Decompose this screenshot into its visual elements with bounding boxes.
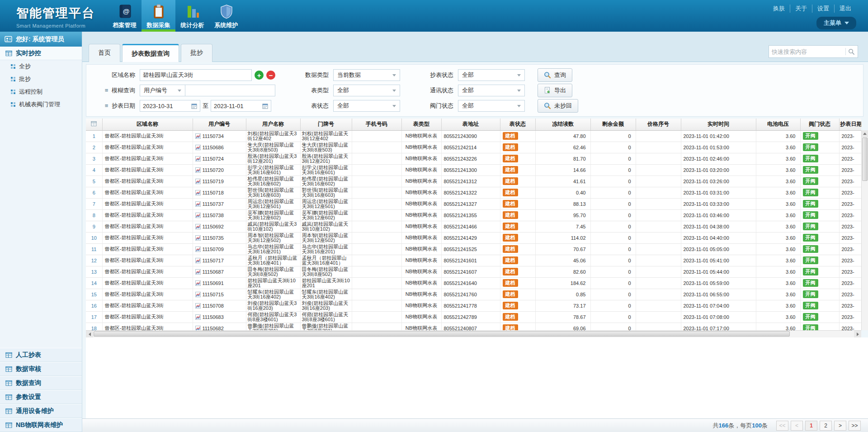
table-row[interactable]: 18曾都区-碧桂园翠山蓝天3街11150682曾鹏傲(碧桂园翠山蓝天3街8座30… <box>86 323 861 330</box>
sidebar-group-manual-reading[interactable]: 人工抄表 <box>0 348 82 362</box>
data-type-select[interactable]: 当前数据 <box>333 69 400 81</box>
sidebar-group-data-audit[interactable]: 数据审核 <box>0 362 82 376</box>
column-header-12[interactable]: 电池电压 <box>756 119 800 130</box>
read-status-select[interactable]: 全部 <box>458 69 525 81</box>
next-page-button[interactable]: > <box>834 421 846 431</box>
table-row[interactable]: 11曾都区-碧桂园翠山蓝天3街11150709马志华(碧桂园翠山蓝天3街16座2… <box>86 243 861 255</box>
column-header-11[interactable]: 实时时间 <box>681 119 756 130</box>
tab-batch-reading[interactable]: 批抄 <box>181 44 212 62</box>
cell-area: 曾都区-碧桂园翠山蓝天3街 <box>102 232 193 243</box>
page-2-button[interactable]: 2 <box>820 421 832 431</box>
export-button[interactable]: 导出 <box>538 84 572 97</box>
main-menu-button[interactable]: 主菜单 <box>816 17 856 29</box>
sidebar-group-realtime-reading[interactable]: 实时抄控 <box>0 47 82 60</box>
table-row[interactable]: 12曾都区-碧桂园翠山蓝天3街11150717孟秋月（碧桂园翠山蓝天3街16座4… <box>86 255 861 266</box>
table-row[interactable]: 16曾都区-碧桂园翠山蓝天3街11150708刘俊(碧桂园翠山蓝天3街16座20… <box>86 300 861 311</box>
table-row[interactable]: 13曾都区-碧桂园翠山蓝天3街11150687田冬梅(碧桂园翠山蓝天3街8座50… <box>86 266 861 277</box>
meter-type-select[interactable]: 全部 <box>333 85 400 96</box>
not-read-back-button[interactable]: 未抄回 <box>538 99 578 113</box>
valve-status-select[interactable]: 全部 <box>458 100 525 112</box>
area-name-input[interactable] <box>140 69 252 81</box>
column-header-4[interactable]: 手机号码 <box>352 119 401 130</box>
cell-realtime: 2023-11-01 05:59:00 <box>681 277 756 289</box>
meter-status-select[interactable]: 全部 <box>333 100 400 112</box>
link-about[interactable]: 关于 <box>790 5 812 13</box>
prev-page-button[interactable]: < <box>791 421 803 431</box>
column-header-2[interactable]: 用户名称 <box>246 119 300 130</box>
table-row[interactable]: 15曾都区-碧桂园翠山蓝天3街11150715邹耀东(碧桂园翠山蓝天3街16座4… <box>86 289 861 300</box>
column-header-14[interactable]: 抄表日期 <box>839 119 861 130</box>
remove-area-button[interactable]: − <box>266 71 275 80</box>
table-row[interactable]: 6曾都区-碧桂园翠山蓝天3街11150718郭世强(碧桂园翠山蓝天3街16座60… <box>86 187 861 198</box>
status-badge: 建档 <box>503 166 518 173</box>
fuzzy-field-select[interactable]: 用户编号 <box>140 85 185 96</box>
sidebar-group-nb-meter-maintenance[interactable]: NB物联网表维护 <box>0 418 82 432</box>
cell-valve-status: 开阀 <box>800 164 839 176</box>
horizontal-scroll-thumb[interactable] <box>94 331 790 337</box>
horizontal-scrollbar[interactable] <box>86 330 861 337</box>
select-all-header[interactable] <box>86 119 102 130</box>
scroll-right-arrow[interactable] <box>854 331 861 337</box>
vertical-scrollbar[interactable] <box>861 130 868 330</box>
query-button[interactable]: 查询 <box>538 68 572 82</box>
sidebar-group-data-query[interactable]: 数据查询 <box>0 376 82 390</box>
date-to-input[interactable]: 2023-11-01 <box>211 100 271 112</box>
table-row[interactable]: 2曾都区-碧桂园翠山蓝天3街11150686朱大庆(碧桂园翠山蓝天3街8座503… <box>86 142 861 153</box>
scroll-left-arrow[interactable] <box>86 331 93 337</box>
column-header-1[interactable]: 用户编号 <box>193 119 246 130</box>
nav-item-data-collection[interactable]: 数据采集 <box>142 0 175 32</box>
comm-status-select[interactable]: 全部 <box>458 85 525 96</box>
nav-item-maintenance[interactable]: 系统维护 <box>209 0 243 32</box>
column-header-13[interactable]: 阀门状态 <box>800 119 839 130</box>
column-header-8[interactable]: 冻结读数 <box>535 119 590 130</box>
date-from-input[interactable]: 2023-10-31 <box>140 100 200 112</box>
table-row[interactable]: 17曾都区-碧桂园翠山蓝天3街11150683何蘋(碧桂园翠山蓝天3街8座3楼6… <box>86 311 861 323</box>
table-row[interactable]: 3曾都区-碧桂园翠山蓝天3街11150724殷洛(碧桂园翠山蓝天3街12座201… <box>86 153 861 164</box>
sidebar-item-mechanical-valve-mgmt[interactable]: 机械表阀门管理 <box>0 98 82 111</box>
sidebar-item-batch-reading[interactable]: 批抄 <box>0 73 82 85</box>
table-row[interactable]: 4曾都区-碧桂园翠山蓝天3街11150720彭学义(碧桂园翠山蓝天3街16座60… <box>86 164 861 176</box>
sidebar-group-parameter-settings[interactable]: 参数设置 <box>0 390 82 404</box>
table-row[interactable]: 14曾都区-碧桂园翠山蓝天3街11150691碧桂园翠山蓝天3街10座201碧桂… <box>86 277 861 289</box>
sidebar-item-remote-control[interactable]: 远程控制 <box>0 85 82 98</box>
table-row[interactable]: 7曾都区-碧桂园翠山蓝天3街11150737周运忠(碧桂园翠山蓝天3街12座50… <box>86 198 861 209</box>
chevron-down-icon <box>844 22 849 24</box>
sidebar-item-full-reading[interactable]: 全抄 <box>0 60 82 73</box>
link-logout[interactable]: 退出 <box>834 5 856 13</box>
menu-icon[interactable]: ≡ <box>105 87 108 94</box>
quick-search-input[interactable] <box>772 48 845 55</box>
tab-home[interactable]: 首页 <box>89 44 120 62</box>
scroll-up-arrow[interactable] <box>862 130 868 137</box>
search-icon[interactable] <box>848 48 855 55</box>
last-page-button[interactable]: >> <box>849 421 861 431</box>
column-header-7[interactable]: 表状态 <box>500 119 535 130</box>
table-row[interactable]: 9曾都区-碧桂园翠山蓝天3街11150692戚岚(碧桂园翠山蓝天3街10座102… <box>86 221 861 232</box>
column-header-5[interactable]: 表类型 <box>401 119 441 130</box>
add-area-button[interactable]: + <box>255 71 264 80</box>
fuzzy-query-input[interactable] <box>185 85 275 96</box>
cell-meter-address: 805521240807 <box>441 323 500 330</box>
link-settings[interactable]: 设置 <box>812 5 834 13</box>
calendar-icon[interactable] <box>262 103 268 109</box>
sidebar-group-device-maintenance[interactable]: 通用设备维护 <box>0 404 82 418</box>
page-1-button[interactable]: 1 <box>805 421 817 431</box>
column-header-10[interactable]: 价格序号 <box>636 119 681 130</box>
nav-item-statistics[interactable]: 统计分析 <box>175 0 209 32</box>
table-row[interactable]: 8曾都区-碧桂园翠山蓝天3街11150738吴军娜(碧桂园翠山蓝天3街12座60… <box>86 209 861 221</box>
tab-meter-data-query[interactable]: 抄表数据查询 <box>122 44 179 62</box>
first-page-button[interactable]: << <box>776 421 788 431</box>
column-header-0[interactable]: 区域名称 <box>102 119 193 130</box>
column-header-3[interactable]: 门牌号 <box>300 119 352 130</box>
table-row[interactable]: 1曾都区-碧桂园翠山蓝天3街11150734刘权(碧桂园翠山蓝天3街12座402… <box>86 130 861 142</box>
vertical-scroll-thumb[interactable] <box>862 138 868 181</box>
cell-door-no: 吴军娜(碧桂园翠山蓝天3街12座602) <box>300 209 352 221</box>
table-row[interactable]: 5曾都区-碧桂园翠山蓝天3街11150719柏伟星(碧桂园翠山蓝天3街16座60… <box>86 176 861 187</box>
row-number: 9 <box>86 221 102 232</box>
column-header-9[interactable]: 剩余金额 <box>590 119 636 130</box>
nav-item-archives[interactable]: @ 档案管理 <box>108 0 142 32</box>
table-row[interactable]: 10曾都区-碧桂园翠山蓝天3街11150735周本智(碧桂园翠山蓝天3街12座5… <box>86 232 861 243</box>
menu-icon[interactable]: ≡ <box>105 102 108 109</box>
column-header-6[interactable]: 表地址 <box>441 119 500 130</box>
calendar-icon[interactable] <box>191 103 197 109</box>
link-change-skin[interactable]: 换肤 <box>768 5 790 13</box>
